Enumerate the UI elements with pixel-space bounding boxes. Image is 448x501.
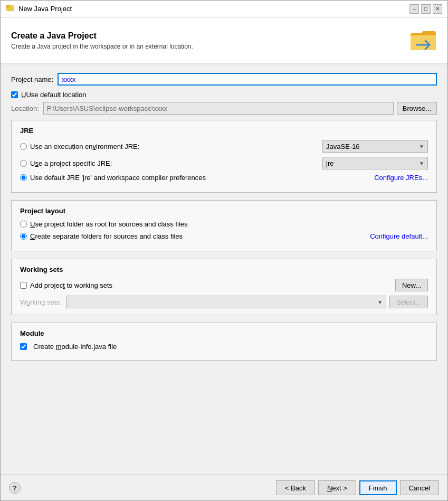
jre-section: JRE Use an execution environment JRE: Ja… — [11, 120, 437, 193]
layout-option2-radio[interactable] — [20, 233, 27, 240]
svg-rect-4 — [411, 35, 436, 50]
maximize-button[interactable]: □ — [421, 4, 431, 14]
working-sets-title: Working sets — [20, 266, 428, 273]
footer-left: ? — [9, 482, 21, 494]
new-java-project-dialog: New Java Project – □ ✕ Create a Java Pro… — [0, 0, 448, 501]
title-bar: New Java Project – □ ✕ — [1, 1, 447, 17]
jre-option2-row: Use a project specific JRE: jre ▼ — [20, 157, 428, 169]
svg-rect-2 — [7, 7, 13, 11]
header-title: Create a Java Project — [11, 31, 193, 41]
create-module-row: Create module-info.java file — [20, 343, 428, 351]
content: Project name: UUse default location Loca… — [1, 64, 447, 475]
dropdown-arrow-icon: ▼ — [419, 144, 424, 149]
close-button[interactable]: ✕ — [433, 4, 442, 14]
add-working-set-label: Add project to working sets — [30, 281, 112, 289]
header-icon — [409, 26, 437, 55]
project-name-input[interactable] — [58, 73, 437, 86]
location-label: Location: — [11, 105, 39, 112]
use-default-location-row: UUse default location — [11, 91, 437, 99]
jre-option1-label: Use an execution environment JRE: — [30, 143, 322, 150]
jre-option2-radio[interactable] — [20, 160, 27, 167]
project-name-label: Project name: — [11, 75, 53, 83]
module-section: Module Create module-info.java file — [11, 323, 437, 361]
jre-option1-radio[interactable] — [20, 143, 27, 150]
configure-default-link[interactable]: Configure default... — [370, 232, 428, 240]
jre-option3-label: Use default JRE 'jre' and workspace comp… — [30, 174, 374, 182]
jre-section-title: JRE — [20, 127, 428, 135]
layout-option1-radio[interactable] — [20, 221, 27, 228]
browse-button[interactable]: Browse... — [397, 102, 437, 115]
next-button[interactable]: Next > — [318, 480, 356, 495]
project-layout-section: Project layout Use project folder as roo… — [11, 200, 437, 251]
jre-option3-radio[interactable] — [20, 174, 27, 181]
footer: ? < Back Next > Finish Cancel — [1, 475, 447, 500]
footer-buttons: < Back Next > Finish Cancel — [276, 480, 439, 495]
header: Create a Java Project Create a Java proj… — [1, 17, 447, 64]
help-button[interactable]: ? — [9, 482, 21, 494]
create-module-label: Create module-info.java file — [33, 343, 117, 351]
header-subtitle: Create a Java project in the workspace o… — [11, 43, 193, 50]
jre-option2-label: Use a project specific JRE: — [30, 159, 322, 167]
cancel-button[interactable]: Cancel — [400, 480, 439, 495]
add-working-set-checkbox[interactable] — [20, 282, 27, 289]
title-bar-text: New Java Project — [18, 5, 405, 13]
title-bar-icon — [6, 4, 14, 14]
select-working-set-button[interactable]: Select... — [389, 296, 428, 308]
layout-option1-label: Use project folder as root for sources a… — [30, 220, 428, 228]
working-sets-dropdown[interactable]: ▼ — [66, 296, 387, 308]
jre-option1-row: Use an execution environment JRE: JavaSE… — [20, 140, 428, 153]
configure-jres-link[interactable]: Configure JREs... — [374, 174, 428, 182]
working-sets-label: Working sets: — [20, 298, 62, 306]
create-module-checkbox[interactable] — [20, 343, 27, 350]
finish-button[interactable]: Finish — [359, 480, 397, 495]
minimize-button[interactable]: – — [409, 4, 419, 14]
header-text: Create a Java Project Create a Java proj… — [11, 31, 193, 50]
jre-option3-row: Use default JRE 'jre' and workspace comp… — [20, 174, 428, 182]
use-default-location-label: UUse default location — [21, 91, 87, 99]
module-section-title: Module — [20, 329, 428, 337]
dropdown-arrow-icon3: ▼ — [377, 299, 383, 305]
location-row: Location: Browse... — [11, 102, 437, 115]
new-working-set-button[interactable]: New... — [395, 279, 428, 291]
use-default-location-checkbox[interactable] — [11, 91, 18, 98]
location-input[interactable] — [43, 102, 394, 115]
jre-specific-dropdown[interactable]: jre ▼ — [322, 157, 428, 169]
project-layout-title: Project layout — [20, 207, 428, 215]
project-name-row: Project name: — [11, 73, 437, 86]
window-controls: – □ ✕ — [409, 4, 442, 14]
layout-option2-row: Create separate folders for sources and … — [20, 232, 428, 240]
working-sets-section: Working sets Add project to working sets… — [11, 259, 437, 315]
dropdown-arrow-icon2: ▼ — [419, 160, 424, 166]
jre-env-dropdown[interactable]: JavaSE-16 ▼ — [322, 140, 428, 153]
layout-option2-label: Create separate folders for sources and … — [30, 232, 370, 240]
back-button[interactable]: < Back — [276, 480, 315, 495]
layout-option1-row: Use project folder as root for sources a… — [20, 220, 428, 228]
